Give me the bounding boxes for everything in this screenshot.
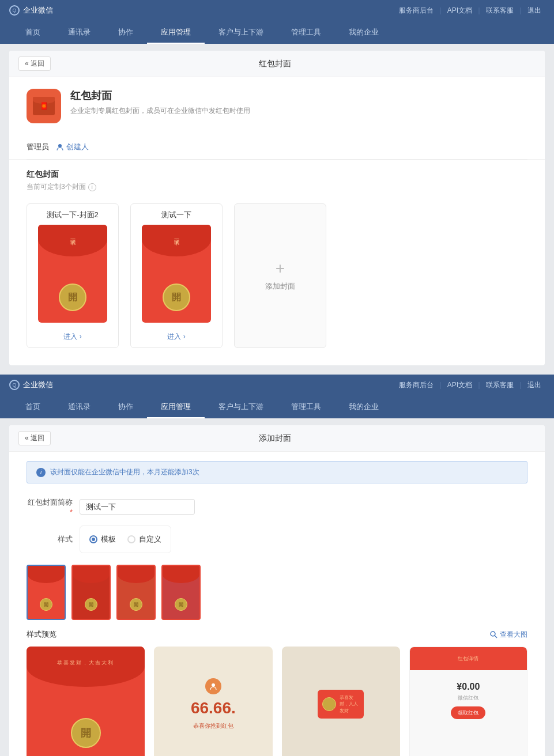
style-custom-option[interactable]: 自定义 [127,534,161,545]
page-section-1: « 返回 红包封面 🧧 红包封面 企业定制专属红包封面，成员可在企业微信中发红包… [0,44,554,372]
preview-header: 样式预览 查看大图 [27,629,527,640]
nav2-mycompany[interactable]: 我的企业 [335,395,393,418]
nav-contacts[interactable]: 通讯录 [54,21,104,44]
back-button-2[interactable]: « 返回 [18,431,51,445]
cover-card-0: 测试一下-封面2 测试一下 開 进入 › [27,203,119,348]
back-button-1[interactable]: « 返回 [18,56,51,71]
info-banner: i 该封面仅能在企业微信中使用，本月还能添加3次 [27,461,527,483]
style-custom-radio[interactable] [127,535,135,543]
nav2-collab[interactable]: 协作 [104,395,147,418]
cover-envelope-text-1: 测试一下 [173,235,180,237]
svg-point-1 [491,632,495,636]
topbar-link-contact[interactable]: 联系客服 [483,6,517,16]
preview-mini-packet: 恭喜发财，人人发财 [282,647,400,756]
cover-coin-0: 開 [59,284,86,311]
topbar2-link-api[interactable]: API文档 [444,380,476,390]
person-icon [56,143,64,151]
cover-coin-1: 開 [163,284,190,311]
card-header-1: « 返回 红包封面 [9,51,545,77]
add-cover-card[interactable]: + 添加封面 [234,203,326,348]
style-template-radio[interactable] [89,535,97,543]
cover-enter-1[interactable]: 进入 › [131,327,222,347]
panel2: Q 企业微信 服务商后台 ｜ API文档 ｜ 联系客服 ｜ 退出 首页 通讯录 … [0,375,554,756]
nav-collab[interactable]: 协作 [104,21,147,44]
preview-title: 样式预览 [27,629,56,640]
app-icon-box: 🧧 [27,89,61,123]
form-name-label: 红包封面简称 * [27,497,73,516]
brand-name: 企业微信 [23,5,53,16]
svg-point-0 [58,144,62,148]
app-meta: 红包封面 企业定制专属红包封面，成员可在企业微信中发红包时使用 [70,89,250,116]
main-nav-2: 首页 通讯录 协作 应用管理 客户与上下游 管理工具 我的企业 [0,395,554,418]
section-title-1: 红包封面 [9,160,545,182]
form-name-input[interactable] [80,499,195,515]
card-header-2: « 返回 添加封面 [9,425,545,452]
section-subtitle-1: 当前可定制3个封面 i [9,182,545,199]
brand: Q 企业微信 [9,5,53,16]
topbar-links: 服务商后台 ｜ API文档 ｜ 联系客服 ｜ 退出 [395,6,545,16]
add-plus-icon: + [276,260,285,277]
topbar-link-logout[interactable]: 退出 [524,6,545,16]
form-style-label: 样式 [27,534,73,545]
cover-card-name-1: 测试一下 [131,204,222,225]
cover-envelope-1: 测试一下 開 [142,225,211,323]
topbar2-link-contact[interactable]: 联系客服 [483,380,517,390]
page-section-2: « 返回 添加封面 i 该封面仅能在企业微信中使用，本月还能添加3次 红包封面简… [0,418,554,756]
nav2-appmanage[interactable]: 应用管理 [147,395,205,418]
preview-zoom[interactable]: 查看大图 [489,630,527,640]
open-sub: 恭喜你抢到红包 [193,722,233,730]
nav2-customer[interactable]: 客户与上下游 [205,395,277,418]
nav-customer[interactable]: 客户与上下游 [205,21,277,44]
cover-enter-0[interactable]: 进入 › [27,327,118,347]
nav-home[interactable]: 首页 [12,21,54,44]
admin-label: 管理员 [27,142,49,152]
preview-cards: 恭喜发财，大吉大利 開 66.66. 恭喜你抢到红包 [27,647,527,756]
logo-icon-2: Q [9,380,20,390]
app-info: 🧧 红包封面 企业定制专属红包封面，成员可在企业微信中发红包时使用 [9,77,545,135]
cover-card-name-0: 测试一下-封面2 [27,204,118,225]
nav2-tools[interactable]: 管理工具 [277,395,335,418]
template-thumb-2[interactable]: 開 [116,565,156,620]
brand-name-2: 企业微信 [23,380,53,390]
style-template-option[interactable]: 模板 [89,534,116,545]
nav2-home[interactable]: 首页 [12,395,54,418]
topbar-2: Q 企业微信 服务商后台 ｜ API文档 ｜ 联系客服 ｜ 退出 [0,375,554,395]
add-cover-label: 添加封面 [265,281,295,292]
nav2-contacts[interactable]: 通讯录 [54,395,104,418]
svg-point-3 [212,683,215,687]
covers-row: 测试一下-封面2 测试一下 開 进入 › 测试一下 测试一下 開 进入 › [9,199,545,365]
topbar-link-service[interactable]: 服务商后台 [395,6,437,16]
form-style-row: 样式 模板 自定义 [9,521,545,558]
admin-value: 创建人 [56,142,89,152]
style-selector: 模板 自定义 [80,526,171,553]
mini-packet-text: 恭喜发财，人人发财 [340,694,359,714]
app-icon: 🧧 [33,97,55,115]
app-icon-text: 🧧 [40,102,48,110]
template-thumb-3[interactable]: 開 [161,565,201,620]
template-thumb-0[interactable]: 開 [27,565,66,620]
topbar-link-api[interactable]: API文档 [444,6,476,16]
logo-icon: Q [9,5,20,16]
topbar2-link-service[interactable]: 服务商后台 [395,380,437,390]
topbar2-link-logout[interactable]: 退出 [524,380,545,390]
nav-tools[interactable]: 管理工具 [277,21,335,44]
nav-appmanage[interactable]: 应用管理 [147,21,205,44]
nav-mycompany[interactable]: 我的企业 [335,21,393,44]
preview-big-envelope: 恭喜发财，大吉大利 開 [27,647,145,756]
preview-section: 样式预览 查看大图 恭喜发财，大吉大利 開 [9,625,545,756]
big-envelope-text: 恭喜发财，大吉大利 [57,659,114,667]
form-name-row: 红包封面简称 * [9,493,545,521]
open-avatar [205,678,221,694]
page-card-1: « 返回 红包封面 🧧 红包封面 企业定制专属红包封面，成员可在企业微信中发红包… [9,51,545,365]
zoom-icon [489,630,498,638]
info-icon: i [88,183,96,191]
preview-open-envelope: 66.66. 恭喜你抢到红包 [154,647,272,756]
mobile-receive-btn[interactable]: 领取红包 [451,706,485,719]
topbar: Q 企业微信 服务商后台 ｜ API文档 ｜ 联系客服 ｜ 退出 [0,0,554,21]
mobile-amount: ¥0.00 [414,675,522,694]
app-desc: 企业定制专属红包封面，成员可在企业微信中发红包时使用 [70,106,250,116]
page-title-1: 红包封面 [60,59,489,69]
mini-packet: 恭喜发财，人人发财 [318,690,364,719]
template-thumb-1[interactable]: 開 [71,565,111,620]
info-banner-text: 该封面仅能在企业微信中使用，本月还能添加3次 [50,467,199,477]
